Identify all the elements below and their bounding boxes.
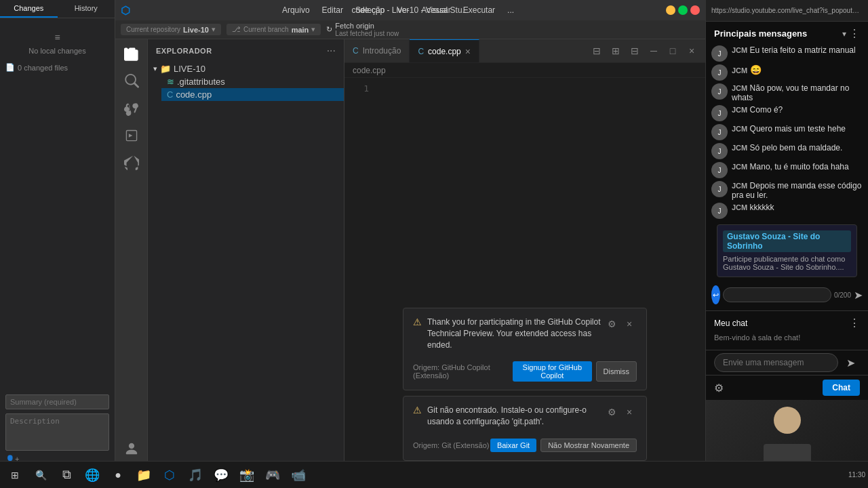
- tabs-actions: ⊟ ⊞ ⊟ ─ □ ×: [589, 43, 705, 59]
- tab-introducao-icon: C: [353, 46, 359, 56]
- yt-meu-chat-more[interactable]: ⋮: [849, 317, 860, 329]
- editor-area: C Introdução C code.cpp × ⊟ ⊞ ⊟ ─ □ ×: [344, 39, 705, 488]
- more-editors-button[interactable]: ⊞: [608, 43, 624, 59]
- tab-introducao[interactable]: C Introdução: [344, 39, 410, 62]
- taskbar-app4[interactable]: 🎮: [260, 463, 285, 487]
- sidebar-more-button[interactable]: ···: [327, 45, 336, 57]
- maximize-editor-button[interactable]: □: [665, 43, 681, 59]
- tree-item-code-cpp[interactable]: C code.cpp: [161, 88, 344, 101]
- vscode-logo: ⬡: [121, 4, 130, 17]
- chat-msg-body-8: JCM kkkkkk: [732, 203, 863, 212]
- fetch-info[interactable]: ↻ Fetch origin Last fetched just now: [326, 22, 399, 37]
- menu-more[interactable]: ...: [502, 4, 519, 16]
- activity-account[interactable]: [119, 436, 144, 461]
- split-editor-button[interactable]: ⊟: [589, 43, 605, 59]
- chat-msg-body-5: JCM Só pelo bem da maldade.: [732, 143, 863, 152]
- chat-msg-8: J JCM kkkkkk: [711, 203, 863, 219]
- fetch-icon: ↻: [326, 25, 332, 34]
- taskbar-windows[interactable]: ⊞: [3, 463, 27, 487]
- maximize-button[interactable]: [678, 5, 688, 15]
- tab-code-cpp-icon: C: [418, 47, 424, 56]
- tab-history[interactable]: History: [58, 0, 115, 18]
- char-count: 0/200: [834, 291, 851, 299]
- yt-join-text: Participe publicamente do chat como Gust…: [723, 255, 851, 271]
- chat-msg-body-6: JCM Mano, tu é muito foda haha: [732, 162, 863, 171]
- notif-git-footer: Origem: Git (Extensão) Baixar Git Não Mo…: [413, 439, 637, 452]
- notif-git-close[interactable]: ×: [622, 405, 637, 420]
- taskbar-app1[interactable]: 🎵: [183, 463, 208, 487]
- activity-search[interactable]: [119, 69, 144, 94]
- notif-copilot-icon: ⚠: [413, 317, 422, 327]
- tab-introducao-label: Introdução: [363, 46, 401, 56]
- activity-run[interactable]: [119, 123, 144, 148]
- chat-avatar-8: J: [711, 203, 728, 219]
- notif-git-gear[interactable]: ⚙: [604, 405, 619, 420]
- editor-layout-button[interactable]: ⊟: [627, 43, 643, 59]
- notif-copilot-gear[interactable]: ⚙: [604, 317, 619, 331]
- tree-item-gitattributes[interactable]: ≋ .gitattributes: [161, 75, 344, 88]
- minimize-editor-button[interactable]: ─: [646, 43, 662, 59]
- yt-message-input[interactable]: [714, 353, 838, 372]
- chat-text-8: kkkkkk: [750, 203, 774, 212]
- taskbar-vscode[interactable]: ⬡: [157, 463, 182, 487]
- taskbar-app2[interactable]: 💬: [209, 463, 233, 487]
- taskbar-app3[interactable]: 📸: [235, 463, 259, 487]
- menu-editar[interactable]: Editar: [317, 4, 349, 16]
- chat-avatar-0: J: [711, 45, 728, 62]
- yt-chat-button[interactable]: Chat: [823, 380, 860, 396]
- taskbar-search[interactable]: 🔍: [28, 463, 53, 487]
- explorer-title: EXPLORADOR: [156, 47, 212, 55]
- taskbar-app5[interactable]: 📹: [286, 463, 311, 487]
- minimize-button[interactable]: [666, 5, 675, 15]
- chat-msg-body-0: JCM Eu teria feito a matriz manual: [732, 45, 863, 55]
- taskbar-explorer[interactable]: 📁: [132, 463, 156, 487]
- yt-header-more[interactable]: ⋮: [849, 27, 860, 40]
- notif-copilot-close[interactable]: ×: [622, 317, 637, 331]
- tree-root[interactable]: ▾ 📁 LIVE-10: [148, 62, 344, 75]
- yt-settings-icon[interactable]: ⚙: [714, 382, 724, 394]
- notif-copilot-origin: Origem: GitHub Copilot (Extensão): [413, 363, 513, 380]
- notif-copilot-text: Thank you for participating in the GitHu…: [427, 317, 601, 350]
- no-changes-text: No local changes: [28, 47, 85, 55]
- signup-copilot-button[interactable]: Signup for GitHub Copilot: [513, 361, 591, 382]
- repo-label: Current repository: [126, 26, 180, 33]
- git-content: ≡ No local changes 📄 0 changed files: [0, 18, 115, 389]
- git-panel: Changes History ≡ No local changes 📄 0 c…: [0, 0, 115, 488]
- taskbar-taskview[interactable]: ⧉: [54, 463, 79, 487]
- reply-input[interactable]: [723, 287, 831, 302]
- taskbar-sys-tray: 11:30: [848, 471, 865, 479]
- taskbar-edge[interactable]: 🌐: [80, 463, 104, 487]
- not-show-again-button[interactable]: Não Mostrar Novamente: [540, 439, 637, 452]
- yt-header: Principais mensagens ▾ ⋮: [706, 22, 868, 43]
- activity-git[interactable]: [119, 96, 144, 121]
- taskbar-chrome[interactable]: ●: [106, 463, 130, 487]
- tab-code-cpp[interactable]: C code.cpp ×: [410, 39, 479, 62]
- send-reply-button[interactable]: ➤: [854, 289, 863, 302]
- baixar-git-button[interactable]: Baixar Git: [490, 439, 536, 452]
- activity-explorer[interactable]: [119, 42, 144, 66]
- notif-git-actions: ⚙ ×: [604, 405, 637, 420]
- dismiss-copilot-button[interactable]: Dismiss: [596, 361, 637, 382]
- close-button[interactable]: [690, 5, 700, 15]
- description-area[interactable]: [5, 413, 109, 451]
- chat-msg-body-1: JCM 😄: [732, 64, 863, 75]
- activity-extensions[interactable]: [119, 150, 144, 175]
- tab-close-button[interactable]: ×: [465, 47, 471, 56]
- git-tabs: Changes History: [0, 0, 115, 18]
- chat-msg-body-3: JCM Como é?: [732, 105, 863, 115]
- menu-arquivo[interactable]: Arquivo: [277, 4, 315, 16]
- tab-changes[interactable]: Changes: [0, 0, 58, 18]
- yt-send-button[interactable]: ➤: [841, 353, 860, 372]
- chat-username-7: JCM: [732, 182, 747, 190]
- yt-header-chevron[interactable]: ▾: [842, 29, 846, 39]
- chat-msg-body-7: JCM Depois me manda esse código pra eu l…: [732, 181, 863, 200]
- yt-url-bar: https://studio.youtube.com/live_chat?is_…: [706, 0, 868, 22]
- close-editor-button[interactable]: ×: [684, 43, 700, 59]
- repo-chevron: ▾: [212, 25, 216, 34]
- notif-git-text: Git não encontrado. Instale-o ou configu…: [427, 405, 601, 428]
- summary-input[interactable]: [5, 394, 109, 409]
- branch-info[interactable]: ⎇ Current branch main ▾: [226, 24, 321, 35]
- repo-info[interactable]: Current repository Live-10 ▾: [121, 24, 221, 35]
- changed-files-row: 📄 0 changed files: [5, 63, 68, 72]
- chat-msg-6: J JCM Mano, tu é muito foda haha: [711, 162, 863, 178]
